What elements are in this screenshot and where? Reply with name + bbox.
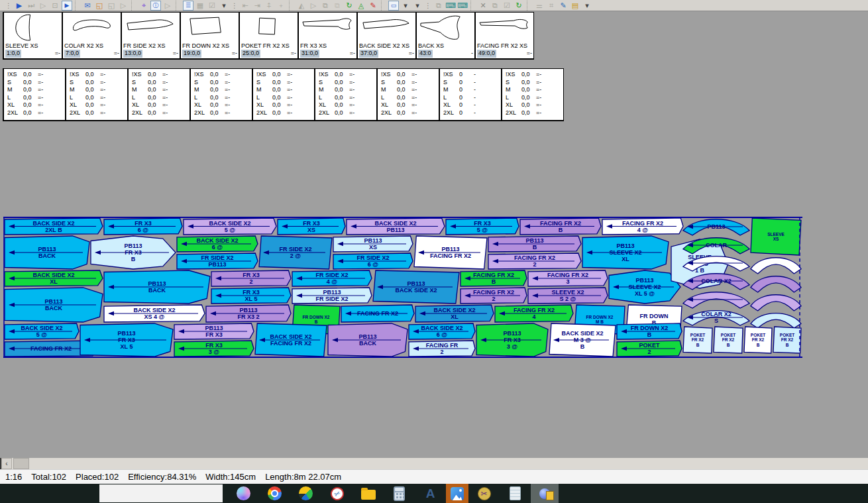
marker-piece[interactable]: PB113FR SIDE X2 — [292, 288, 372, 304]
marker-piece[interactable]: POKET2 — [617, 341, 682, 357]
marker-piece[interactable]: FR X3XL 5 — [211, 288, 291, 304]
keyboard-icon[interactable]: ⌨ — [445, 1, 456, 11]
marker-piece[interactable]: PB113BACK — [328, 323, 407, 357]
dropdown-arrow-icon[interactable]: ▾ — [219, 1, 229, 11]
marker-piece[interactable]: PB113BACK SIDE X2 — [373, 270, 459, 304]
align-left-icon[interactable]: ⇤ — [240, 1, 250, 11]
taskbar-word-a[interactable]: A — [415, 484, 446, 503]
dropdown-arrow-icon[interactable]: ▾ — [582, 1, 592, 11]
taskbar-media-player[interactable] — [290, 484, 321, 503]
group-icon[interactable]: ⧉ — [320, 1, 331, 11]
confirm-icon[interactable]: ☑ — [502, 1, 512, 11]
marker-piece[interactable]: FACING FR X22 — [488, 253, 581, 269]
marker-piece[interactable]: BACK SIDE X2FACING FR X2 — [255, 323, 327, 357]
step-icon[interactable]: ▷ — [38, 1, 48, 11]
marker-piece[interactable]: PB113FR X3XL 5 — [80, 323, 173, 357]
marker-piece[interactable]: PB113FR X3 — [174, 323, 254, 339]
piece-card-fr-x3-xs[interactable]: FR X3 XS 31:0,0 =- — [298, 12, 357, 60]
marker-piece[interactable]: FR X35 @ — [446, 218, 519, 235]
marker-piece[interactable]: POKETFR X2B — [683, 327, 712, 353]
marker-piece[interactable]: PB113FR X3 2 — [206, 305, 291, 322]
flip-icon[interactable]: ◭ — [296, 1, 307, 11]
marker-piece[interactable]: SLEEVE X2S 2 @ — [528, 288, 608, 304]
marker-piece[interactable] — [751, 258, 801, 274]
marker-piece[interactable]: PB113BACK — [5, 288, 103, 322]
marker-piece[interactable]: PB113FR X3B — [91, 236, 176, 269]
piece-card-poket-fr-x2-xs[interactable]: POKET FR X2 XS 25:0,0 =- — [239, 12, 298, 60]
play-small-icon[interactable]: ▷ — [118, 1, 129, 11]
tilt-icon[interactable]: ◬ — [356, 1, 366, 11]
marker-piece[interactable]: FR SIDE X26 @ — [333, 253, 413, 269]
piece-id[interactable]: 37:0,0 — [359, 50, 378, 58]
piece-id[interactable]: 1:0,0 — [5, 50, 21, 58]
marker-piece[interactable]: FACING FR X24 @ — [602, 218, 683, 235]
dropdown-arrow-icon[interactable]: ▾ — [400, 1, 411, 11]
piece-info-icon[interactable]: ⓘ — [150, 1, 161, 11]
taskbar-photos[interactable] — [446, 484, 468, 503]
play-alt-icon[interactable]: ▷ — [162, 1, 173, 11]
taskbar-snipping-tool[interactable]: ✂ — [321, 484, 353, 503]
select-tool-icon[interactable]: ▭ — [388, 1, 399, 11]
marker-piece[interactable]: FACING FR X2 — [341, 305, 414, 322]
marker-piece[interactable]: BACK SIDE X2PB113 — [347, 218, 445, 235]
marker-piece[interactable]: FR SIDE X22 @ — [259, 236, 332, 269]
marker-piece[interactable]: PB113BACK — [104, 270, 210, 304]
refresh-icon[interactable]: ↻ — [514, 1, 524, 11]
taskbar-search-box[interactable] — [99, 484, 223, 502]
measure-icon[interactable]: ✎ — [368, 1, 378, 11]
marker-piece[interactable]: PB113FACING FR X2 — [414, 236, 487, 269]
piece-card-back-side-x2-xs[interactable]: BACK SIDE X2 XS 37:0,0 =- — [357, 12, 416, 60]
run-box-icon[interactable]: ▶ — [62, 1, 72, 11]
keyboard-alt-icon[interactable]: ⌨ — [457, 1, 468, 11]
marker-piece[interactable]: BACK SIDE X26 @ — [409, 323, 475, 339]
rotate-icon[interactable]: ↻ — [344, 1, 354, 11]
marker-piece[interactable] — [751, 313, 801, 328]
marker-piece[interactable]: BACK SIDE X2XL — [415, 305, 494, 322]
marker-piece[interactable]: PB113SLEEVE X2XL — [582, 236, 669, 269]
open-marker-icon[interactable]: ✉ — [82, 1, 93, 11]
align-right-icon[interactable]: ⇥ — [252, 1, 262, 11]
marker-piece[interactable]: PB113SLEEVE X2XL 5 @ — [609, 270, 680, 304]
window-icon[interactable]: ⧉ — [433, 1, 444, 11]
monitor-icon[interactable]: ⧉ — [490, 1, 500, 11]
marker-piece[interactable]: BACK SIDE X2XS 4 @ — [104, 305, 205, 322]
notes-icon[interactable]: ▤ — [570, 1, 580, 11]
marker-piece[interactable]: PB113 — [683, 219, 749, 235]
marker-piece[interactable]: FR DOWN X2B — [617, 323, 682, 339]
horizontal-scrollbar[interactable]: ‹ — [0, 458, 868, 469]
marker-piece[interactable]: PB113FR X33 @ — [476, 323, 548, 357]
marker-piece[interactable]: PB113BACK — [5, 236, 89, 269]
marker-piece[interactable]: BACK SIDE X26 @ — [177, 236, 258, 252]
taskbar-scissors-app[interactable]: ✂ — [468, 484, 500, 503]
run-icon[interactable]: ▶ — [14, 1, 25, 11]
align-bottom-icon[interactable]: ⍖ — [276, 1, 286, 11]
marker-piece[interactable]: BACK SIDE X22XL B — [5, 218, 103, 235]
zoom-tool-icon[interactable]: ⌖ — [138, 1, 149, 11]
piece-id[interactable]: 19:0,0 — [182, 50, 201, 58]
marker-piece[interactable]: BACK SIDE X2XL — [5, 270, 103, 286]
run-restart-icon[interactable]: ⏭ — [26, 1, 36, 11]
marker-piece[interactable]: FACING FR X2B — [520, 218, 601, 235]
scroll-left-button[interactable]: ‹ — [1, 458, 12, 469]
copy-pieces-icon[interactable]: ◱ — [106, 1, 117, 11]
marker-piece[interactable]: FR SIDE X24 @ — [292, 270, 372, 286]
piece-id[interactable]: 49:0,0 — [477, 50, 496, 58]
marker-piece[interactable]: BACK SIDE X25 @ — [5, 323, 79, 339]
taskbar-copilot[interactable] — [228, 484, 259, 503]
plot-icon[interactable]: ⌗ — [546, 1, 557, 11]
taskbar-calculator[interactable] — [384, 484, 415, 503]
marker-piece[interactable]: FR X36 @ — [104, 218, 182, 235]
ungroup-icon[interactable]: ⧉ — [332, 1, 343, 11]
marker-piece[interactable]: BACK SIDE X25 @ — [184, 218, 276, 235]
copy-piece-icon[interactable]: ◱ — [94, 1, 105, 11]
piece-card-colar-x2-xs[interactable]: COLAR X2 XS 7:0,0 =- — [62, 12, 121, 60]
check-list-icon[interactable]: ☑ — [207, 1, 217, 11]
edit-icon[interactable]: ✎ — [558, 1, 569, 11]
piece-card-fr-down-x2-xs[interactable]: FR DOWN X2 XS 19:0,0 =- — [180, 12, 239, 60]
marker-drawing[interactable]: BACK SIDE X22XL BFR X36 @BACK SIDE X25 @… — [3, 217, 802, 358]
piece-id[interactable]: 13:0,0 — [123, 50, 142, 58]
marker-piece[interactable]: PB113B — [488, 236, 581, 252]
step-box-icon[interactable]: ⊡ — [50, 1, 60, 11]
marker-piece[interactable]: FACING FR2 — [409, 341, 475, 357]
taskbar-file-explorer[interactable] — [353, 484, 384, 503]
